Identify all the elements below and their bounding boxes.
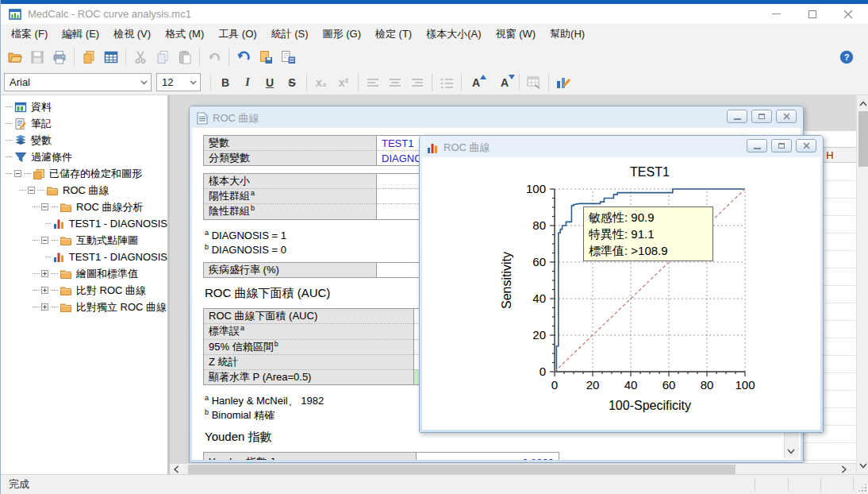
refresh-button[interactable] <box>232 47 255 68</box>
underline-button[interactable]: U <box>259 72 281 93</box>
export-document-button[interactable] <box>277 47 299 68</box>
increase-font-button[interactable]: A <box>465 72 487 93</box>
row-value: 0.8202 <box>417 452 559 460</box>
close-icon <box>783 113 790 120</box>
undo-button[interactable] <box>203 47 225 68</box>
child-minimize-button[interactable] <box>747 139 767 152</box>
chevron-down-icon <box>136 74 151 91</box>
scroll-right-arrow[interactable] <box>837 464 850 474</box>
collapse-icon[interactable] <box>14 170 21 177</box>
menu-item-file[interactable]: 檔案 (F) <box>4 24 55 44</box>
sidebar-item-saved-tests-and-graphs[interactable]: 已儲存的檢定和圖形 <box>1 165 167 182</box>
sidebar-item-notes[interactable]: 筆記 <box>1 115 167 132</box>
close-button[interactable] <box>830 4 866 24</box>
menu-item-tests[interactable]: 檢定 (T) <box>368 24 419 44</box>
print-button[interactable] <box>48 47 71 68</box>
sidebar-item-test1-diagnosis-1[interactable]: TEST1 - DIAGNOSIS <box>1 215 167 232</box>
close-icon <box>843 10 853 19</box>
expand-icon[interactable] <box>41 270 48 277</box>
collapse-icon[interactable] <box>28 187 35 194</box>
bullet-list-icon <box>440 77 453 88</box>
superscript-button[interactable]: x² <box>332 72 355 93</box>
maximize-button[interactable] <box>794 4 830 24</box>
strikethrough-button[interactable]: S <box>281 72 303 93</box>
sidebar-item-compare-roc[interactable]: 比對 ROC 曲線 <box>1 282 167 299</box>
sidebar-item-label: 過濾條件 <box>31 150 72 164</box>
decrease-font-button[interactable]: A <box>494 72 516 93</box>
funnel-icon <box>14 151 27 164</box>
child-minimize-button[interactable] <box>727 110 747 123</box>
resize-grip[interactable] <box>858 483 867 492</box>
menu-item-view[interactable]: 檢視 (V) <box>106 24 158 44</box>
sidebar-item-test1-diagnosis-2[interactable]: TEST1 - DIAGNOSIS <box>1 249 167 265</box>
folders-icon <box>33 168 45 180</box>
italic-button[interactable]: I <box>236 72 259 93</box>
align-right-button[interactable] <box>406 72 428 93</box>
horizontal-scroll-thumb[interactable] <box>188 465 735 474</box>
folder-icon <box>46 184 59 197</box>
status-bar: 完成 <box>1 474 868 494</box>
sidebar-item-label: ROC 曲線分析 <box>76 200 144 214</box>
table-style-button[interactable] <box>523 72 545 93</box>
child-restore-button[interactable] <box>771 139 792 152</box>
title-bar[interactable]: MedCalc - ROC curve analysis.mc1 <box>1 4 868 24</box>
menu-item-window[interactable]: 視窗 (W) <box>489 24 543 44</box>
align-center-button[interactable] <box>384 72 406 93</box>
sidebar-item-interactive-dot-diagram[interactable]: 互動式點陣圖 <box>1 232 167 249</box>
vertical-scrollbar[interactable] <box>856 95 868 474</box>
save-button[interactable] <box>26 47 48 68</box>
sidebar-item-compare-independent-roc[interactable]: 比對獨立 ROC 曲線 <box>1 299 167 315</box>
save-page-button[interactable] <box>255 47 277 68</box>
bold-button[interactable]: B <box>214 72 236 93</box>
child-restore-button[interactable] <box>751 110 772 123</box>
sidebar-item-roc-curve-analysis[interactable]: ROC 曲線分析 <box>1 199 167 215</box>
scroll-down-arrow[interactable] <box>857 459 868 473</box>
data-grid-button[interactable] <box>100 47 122 68</box>
scroll-down-arrow[interactable] <box>785 445 797 458</box>
expand-icon[interactable] <box>41 287 48 294</box>
minimize-button[interactable] <box>759 4 794 24</box>
collapse-icon[interactable] <box>41 203 48 210</box>
align-left-button[interactable] <box>362 72 384 93</box>
collapse-icon[interactable] <box>41 237 48 244</box>
minimize-icon <box>772 14 781 14</box>
sidebar-item-label: 比對獨立 ROC 曲線 <box>76 300 167 315</box>
cut-button[interactable] <box>129 47 152 68</box>
child-close-button[interactable] <box>776 110 797 123</box>
help-button[interactable]: ? <box>835 47 858 68</box>
scroll-left-arrow[interactable] <box>170 464 182 474</box>
copy-button[interactable] <box>152 47 174 68</box>
sidebar-item-variables[interactable]: 變數 <box>1 132 167 149</box>
roc-curve-chart: 020406080100020406080100TEST1100-Specifi… <box>422 157 820 419</box>
subscript-button[interactable]: x₂ <box>310 72 332 93</box>
font-size-select[interactable]: 12 <box>156 73 201 91</box>
copy-pages-button[interactable] <box>78 47 100 68</box>
menu-item-tools[interactable]: 工具 (O) <box>211 24 263 44</box>
menu-item-help[interactable]: 幫助(H) <box>543 24 592 44</box>
menu-item-sample-size[interactable]: 樣本大小(A) <box>419 24 488 44</box>
tooltip-line: 敏感性: 90.9 <box>589 209 708 226</box>
spreadsheet-row-line <box>803 442 856 443</box>
results-window-titlebar[interactable]: ROC 曲線 <box>192 109 801 128</box>
sidebar-item-plot-vs-criterion[interactable]: 繪圖和標準值 <box>1 265 167 282</box>
font-family-select[interactable]: Arial <box>4 73 152 91</box>
open-file-button[interactable] <box>4 47 26 68</box>
paste-button[interactable] <box>174 47 196 68</box>
scroll-up-arrow[interactable] <box>857 97 868 110</box>
bullet-list-button[interactable] <box>436 72 458 93</box>
vertical-scroll-thumb[interactable] <box>858 111 868 167</box>
sidebar-item-data[interactable]: 資料 <box>1 98 167 115</box>
menu-item-graphs[interactable]: 圖形 (G) <box>316 24 368 44</box>
sidebar-item-filter[interactable]: 過濾條件 <box>1 149 167 165</box>
sidebar-item-roc-curve[interactable]: ROC 曲線 <box>1 182 167 199</box>
mdi-workspace: H ROC 曲線 <box>170 95 856 474</box>
expand-icon[interactable] <box>41 303 48 311</box>
menu-item-edit[interactable]: 編輯 (E) <box>55 24 106 44</box>
child-close-button[interactable] <box>796 139 816 152</box>
restore-icon <box>778 143 785 149</box>
menu-item-format[interactable]: 格式 (M) <box>158 24 211 44</box>
x-tick-label: 100 <box>735 378 755 392</box>
menu-item-statistics[interactable]: 統計 (S) <box>264 24 316 44</box>
edit-graph-button[interactable] <box>552 72 574 93</box>
horizontal-scrollbar[interactable] <box>170 463 856 474</box>
